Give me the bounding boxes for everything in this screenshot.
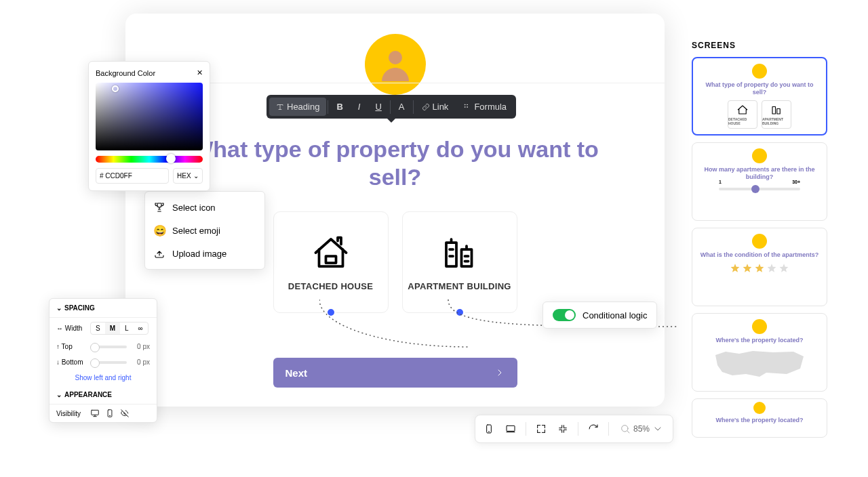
upload-image-item[interactable]: Upload image: [149, 242, 260, 265]
svg-point-5: [465, 106, 465, 107]
emoji-icon: 😄: [153, 224, 165, 236]
svg-rect-11: [507, 426, 515, 431]
svg-rect-2: [446, 243, 456, 266]
svg-rect-13: [772, 106, 776, 114]
visibility-label: Visibility: [56, 410, 86, 417]
mobile-icon[interactable]: [105, 409, 115, 418]
avatar: [752, 234, 767, 249]
hex-input[interactable]: # CCD0FF: [96, 168, 169, 184]
bottom-value: 0 px: [131, 358, 150, 366]
building-icon: [439, 232, 480, 273]
select-icon-item[interactable]: Select icon: [149, 196, 260, 219]
show-margins-link[interactable]: Show left and right: [50, 370, 157, 386]
conditional-toggle[interactable]: [553, 309, 576, 321]
svg-rect-3: [461, 249, 471, 266]
conditional-logic-chip: Conditional logic: [542, 302, 657, 329]
avatar: [752, 64, 767, 79]
avatar: [365, 34, 426, 95]
svg-point-0: [389, 51, 402, 64]
formula-tool[interactable]: Formula: [456, 98, 513, 116]
option-card-house[interactable]: DETACHED HOUSE: [273, 211, 389, 313]
option-card-building[interactable]: APARTMENT BUILDING: [402, 211, 517, 313]
saturation-area[interactable]: [96, 83, 203, 150]
desktop-view[interactable]: [501, 419, 520, 438]
svg-point-7: [467, 106, 468, 107]
next-label: Next: [285, 367, 308, 379]
underline-tool[interactable]: U: [368, 98, 388, 116]
color-picker-title: Background Color: [96, 69, 155, 77]
mobile-view[interactable]: [479, 419, 498, 438]
hue-slider[interactable]: [96, 156, 203, 163]
svg-point-6: [467, 104, 468, 105]
top-value: 0 px: [131, 343, 150, 350]
font-color-tool[interactable]: A: [392, 98, 412, 116]
option-label: DETACHED HOUSE: [288, 281, 373, 291]
color-mode-select[interactable]: HEX⌄: [173, 168, 203, 184]
house-icon: [311, 232, 351, 273]
collapse-view[interactable]: [553, 419, 572, 438]
width-label: ↔ Width: [56, 325, 86, 332]
svg-rect-14: [777, 108, 781, 114]
avatar: [753, 402, 766, 414]
viewport-toolbar: 85%: [475, 415, 673, 443]
screen-thumb-2[interactable]: How many apartments are there in the bui…: [692, 142, 827, 221]
next-button[interactable]: Next: [273, 358, 517, 388]
avatar: [752, 148, 767, 163]
appearance-section[interactable]: ⌄APPEARANCE: [50, 386, 157, 405]
trophy-icon: [153, 201, 165, 213]
us-map-icon: [712, 348, 807, 378]
svg-rect-1: [326, 256, 336, 263]
expand-view[interactable]: [532, 419, 551, 438]
italic-tool[interactable]: I: [351, 98, 368, 116]
screens-title: SCREENS: [692, 41, 827, 50]
upload-icon: [153, 247, 165, 260]
spacing-panel: ⌄SPACING ↔ Width S M L ∞ ↑ Top 0 px ↓ Bo…: [49, 298, 157, 423]
bottom-slider[interactable]: [90, 361, 127, 364]
refresh[interactable]: [584, 419, 603, 438]
select-emoji-item[interactable]: 😄 Select emoji: [149, 219, 260, 242]
close-icon[interactable]: ✕: [197, 68, 203, 77]
heading-tool[interactable]: Heading: [269, 98, 326, 116]
chevron-down-icon: [652, 423, 663, 434]
spacing-section[interactable]: ⌄SPACING: [50, 299, 157, 318]
logic-node[interactable]: [326, 307, 336, 318]
top-slider[interactable]: [90, 346, 127, 348]
bottom-label: ↓ Bottom: [56, 358, 86, 366]
width-segment[interactable]: S M L ∞: [90, 322, 149, 335]
top-label: ↑ Top: [56, 343, 86, 350]
screens-panel: SCREENS What type of property do you wan…: [692, 41, 827, 444]
icon-picker-menu: Select icon 😄 Select emoji Upload image: [144, 191, 265, 270]
logic-node[interactable]: [454, 307, 465, 318]
screen-thumb-1[interactable]: What type of property do you want to sel…: [692, 57, 827, 136]
color-picker: Background Color ✕ # CCD0FF HEX⌄: [88, 61, 210, 191]
desktop-icon[interactable]: [90, 409, 100, 418]
screen-thumb-4[interactable]: Where's the property located?: [692, 313, 827, 392]
option-label: APARTMENT BUILDING: [408, 281, 511, 291]
svg-rect-8: [92, 410, 99, 415]
link-tool[interactable]: Link: [415, 98, 456, 116]
avatar: [752, 319, 767, 334]
hidden-icon[interactable]: [120, 409, 130, 418]
svg-point-4: [465, 104, 465, 105]
zoom-control[interactable]: 85%: [614, 423, 669, 434]
bold-tool[interactable]: B: [330, 98, 349, 116]
screen-thumb-3[interactable]: What is the condition of the apartments?: [692, 228, 827, 306]
conditional-label: Conditional logic: [583, 310, 647, 320]
text-toolbar: Heading B I U A Link Formula: [267, 95, 516, 119]
search-icon: [620, 423, 631, 434]
chevron-right-icon: [494, 367, 505, 378]
screen-thumb-5[interactable]: Where's the property located?: [692, 398, 827, 438]
